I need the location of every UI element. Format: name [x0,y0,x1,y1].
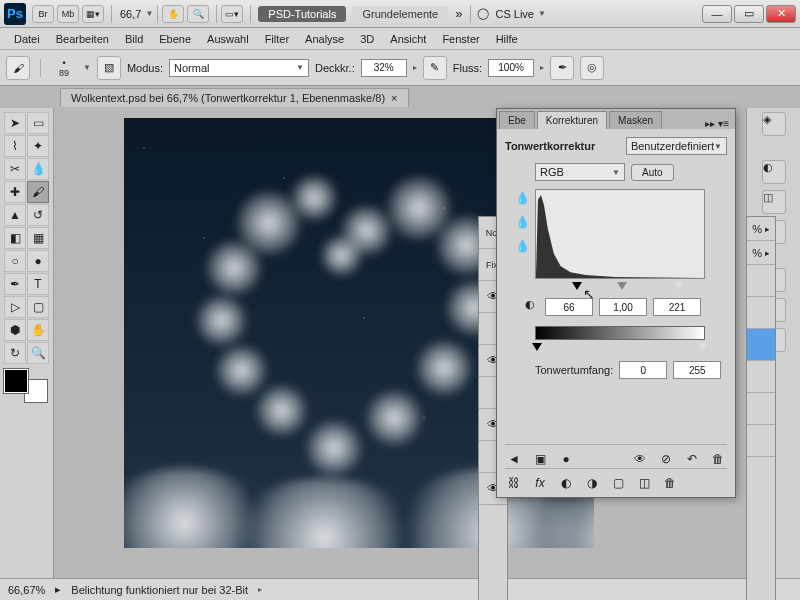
marquee-tool[interactable]: ▭ [27,112,49,134]
pen-tool[interactable]: ✒ [4,273,26,295]
panel-icon-layers[interactable]: ◈ [762,112,786,136]
menu-analyse[interactable]: Analyse [297,30,352,48]
brush-preview-icon[interactable]: • [51,58,77,68]
selected-layer-indicator[interactable] [747,329,775,361]
menu-bearbeiten[interactable]: Bearbeiten [48,30,117,48]
type-tool[interactable]: T [27,273,49,295]
channel-select[interactable]: RGB▼ [535,163,625,181]
menu-hilfe[interactable]: Hilfe [488,30,526,48]
flow-input[interactable]: 100% [488,59,534,77]
white-point-handle[interactable] [674,282,684,290]
output-levels-slider[interactable] [535,343,705,355]
history-brush-tool[interactable]: ↺ [27,204,49,226]
back-icon[interactable]: ◄ [505,451,523,467]
input-levels-slider[interactable]: ↖ [535,282,705,294]
opacity-input[interactable]: 32% [361,59,407,77]
shape-tool[interactable]: ▢ [27,296,49,318]
workspace-tab-2[interactable]: Grundelemente [352,6,448,22]
gamma-handle[interactable] [617,282,627,290]
eraser-tool[interactable]: ◧ [4,227,26,249]
adjustment-icon[interactable]: ◑ [583,475,601,491]
hand-tool-shortcut[interactable]: ✋ [162,5,184,23]
trash-icon[interactable]: 🗑 [661,475,679,491]
eyedropper-gray[interactable]: 💧 [513,213,531,231]
fx-icon[interactable]: fx [531,475,549,491]
reset-icon[interactable]: ⊘ [657,451,675,467]
airbrush-icon[interactable]: ✒ [550,56,574,80]
workspace-tab-1[interactable]: PSD-Tutorials [258,6,346,22]
close-tab-icon[interactable]: × [391,92,397,104]
eyedropper-white[interactable]: 💧 [513,237,531,255]
menu-3d[interactable]: 3D [352,30,382,48]
panel-icon-swatches[interactable]: ◫ [762,190,786,214]
document-tab[interactable]: Wolkentext.psd bei 66,7% (Tonwertkorrekt… [60,88,409,107]
layer-vis-icon[interactable]: ▣ [531,451,549,467]
dodge-tool[interactable]: ● [27,250,49,272]
move-tool[interactable]: ➤ [4,112,26,134]
bridge-button[interactable]: Br [32,5,54,23]
group-icon[interactable]: ▢ [609,475,627,491]
eyedropper-tool[interactable]: 💧 [27,158,49,180]
3d-tool[interactable]: ⬢ [4,319,26,341]
undo-icon[interactable]: ↶ [683,451,701,467]
close-button[interactable]: ✕ [766,5,796,23]
gamma-input[interactable]: 1,00 [599,298,647,316]
tab-ebenen[interactable]: Ebe [499,111,535,129]
minibridge-button[interactable]: Mb [57,5,79,23]
cslive-button[interactable]: CS Live [495,8,534,20]
zoom-display[interactable]: 66,7 [120,8,141,20]
hand-tool[interactable]: ✋ [27,319,49,341]
crop-tool[interactable]: ✂ [4,158,26,180]
more-workspaces-icon[interactable]: » [455,6,462,21]
color-swatches[interactable] [4,369,48,403]
menu-ebene[interactable]: Ebene [151,30,199,48]
delete-icon[interactable]: 🗑 [709,451,727,467]
arrange-button[interactable]: ▭▾ [221,5,243,23]
white-input[interactable]: 221 [653,298,701,316]
path-select-tool[interactable]: ▷ [4,296,26,318]
link-icon[interactable]: ⛓ [505,475,523,491]
status-zoom[interactable]: 66,67% [8,584,45,596]
stamp-tool[interactable]: ▲ [4,204,26,226]
output-black-handle[interactable] [532,343,542,351]
healing-tool[interactable]: ✚ [4,181,26,203]
magic-wand-tool[interactable]: ✦ [27,135,49,157]
lasso-tool[interactable]: ⌇ [4,135,26,157]
eyedropper-black[interactable]: 💧 [513,189,531,207]
new-layer-icon[interactable]: ◫ [635,475,653,491]
menu-filter[interactable]: Filter [257,30,297,48]
screen-mode-button[interactable]: ▦▾ [82,5,104,23]
output-white-handle[interactable] [698,343,708,351]
minimize-button[interactable]: — [702,5,732,23]
foreground-color[interactable] [4,369,28,393]
zoom-tool-shortcut[interactable]: 🔍 [187,5,209,23]
menu-auswahl[interactable]: Auswahl [199,30,257,48]
menu-fenster[interactable]: Fenster [434,30,487,48]
auto-button[interactable]: Auto [631,164,674,181]
panel-icon-adjustments[interactable]: ◐ [762,160,786,184]
rotate-view-tool[interactable]: ↻ [4,342,26,364]
preview-icon[interactable]: 👁 [631,451,649,467]
blur-tool[interactable]: ○ [4,250,26,272]
brush-panel-toggle[interactable]: ▧ [97,56,121,80]
pressure-opacity-icon[interactable]: ✎ [423,56,447,80]
maximize-button[interactable]: ▭ [734,5,764,23]
status-nav-icon[interactable]: ▸ [55,583,61,596]
black-point-handle[interactable] [572,282,582,290]
menu-bild[interactable]: Bild [117,30,151,48]
clip-icon[interactable]: ● [557,451,575,467]
menu-datei[interactable]: Datei [6,30,48,48]
preset-select[interactable]: Benutzerdefiniert▼ [626,137,727,155]
menu-ansicht[interactable]: Ansicht [382,30,434,48]
gradient-tool[interactable]: ▦ [27,227,49,249]
tab-korrekturen[interactable]: Korrekturen [537,111,607,129]
zoom-tool[interactable]: 🔍 [27,342,49,364]
brush-tool-icon[interactable]: 🖌 [6,56,30,80]
output-white-input[interactable]: 255 [673,361,721,379]
output-black-input[interactable]: 0 [619,361,667,379]
brush-tool[interactable]: 🖌 [27,181,49,203]
pressure-size-icon[interactable]: ◎ [580,56,604,80]
mask-icon[interactable]: ◐ [557,475,575,491]
tab-masken[interactable]: Masken [609,111,662,129]
panel-collapse-icon[interactable]: ▸▸ ▾≡ [705,118,729,129]
